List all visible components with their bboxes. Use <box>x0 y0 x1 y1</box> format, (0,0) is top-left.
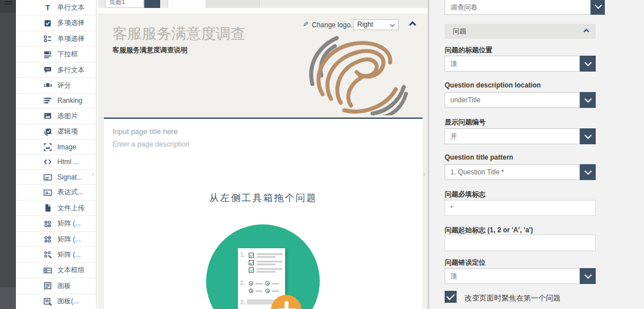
toolbox-item-matrix-dropdown[interactable]: 矩阵 (... <box>16 231 96 247</box>
toolbox-item-panel[interactable]: 面板 <box>16 278 96 293</box>
matrix-icon <box>43 219 52 228</box>
illustration-line <box>257 264 275 265</box>
toolbox-item-file-upload[interactable]: 文件上传 <box>16 200 96 215</box>
dropdown-button[interactable] <box>580 268 596 284</box>
checkbox-icon <box>43 19 52 28</box>
dropdown-button[interactable] <box>580 164 596 180</box>
field-label-question-start-index: 问题起始标志 (1, 2 or 'A', 'a') <box>445 226 533 235</box>
object-selector-dropdown-button[interactable] <box>591 0 605 15</box>
dropdown-button[interactable] <box>580 56 596 72</box>
input-question-start-index[interactable] <box>445 235 596 251</box>
toolbox-item-dropdown[interactable]: 下拉框 <box>16 46 96 61</box>
illustration-radio <box>265 281 270 286</box>
illustration-checkbox <box>249 253 254 258</box>
toolbox-item-label: 面板(... <box>57 297 79 306</box>
focus-first-question-checkbox[interactable] <box>445 291 457 303</box>
select-question-title-location[interactable]: 顶 <box>445 56 580 72</box>
tab-test[interactable] <box>207 0 260 8</box>
select-value: 顶 <box>450 272 457 280</box>
select-question-title-pattern[interactable]: 1. Question Title * <box>445 164 580 180</box>
designer-surface: 页面1 客服服务满意度调查 客服服务满意度调查说明 ✎ Change logo.… <box>98 0 428 309</box>
toolbox-item-rating[interactable]: 13 评分 <box>16 77 96 93</box>
focus-first-question-label: 改变页面时聚焦在第一个问题 <box>465 293 561 303</box>
svg-text:T: T <box>45 3 50 12</box>
toolbox-item-label: 矩阵 (... <box>57 250 81 260</box>
rail-menu-icon-bar[interactable] <box>5 3 12 5</box>
page-description-input[interactable]: Enter a page description <box>112 140 190 148</box>
logo-position-value: Right <box>357 20 373 28</box>
toolbox-item-html[interactable]: Html ... <box>16 154 96 169</box>
field-label-question-error-location: 问题错误定位 <box>445 258 486 268</box>
input-required-mark[interactable]: * <box>445 200 596 216</box>
dropdown-button[interactable] <box>580 128 596 144</box>
toolbox-item-image[interactable]: Image <box>16 139 96 154</box>
illustration-number: 2. <box>240 280 245 286</box>
illustration-radio <box>249 281 253 286</box>
page-title-input[interactable]: Input page title here <box>112 127 178 136</box>
toolbox-item-label: 选图片 <box>57 111 78 121</box>
toolbox-item-panel-dynamic[interactable]: 面板(... <box>16 294 96 309</box>
rail-menu-icon[interactable] <box>5 1 12 2</box>
section-header-questions[interactable]: 问题 <box>445 24 596 39</box>
illustration-radio <box>249 289 253 293</box>
illustration-line <box>257 261 282 262</box>
toolbox-item-label: Ranking <box>57 97 82 105</box>
toolbox-item-label: 下拉框 <box>57 49 78 59</box>
select-show-question-numbers[interactable]: 开 <box>445 128 580 144</box>
survey-description[interactable]: 客服服务满意度调查说明 <box>112 45 187 55</box>
select-question-error-location[interactable]: 顶 <box>445 268 580 284</box>
toolbox-item-radiogroup[interactable]: 单项选择 <box>16 31 96 46</box>
toolbox-item-matrix-dynamic[interactable]: 矩阵 (... <box>16 247 96 262</box>
illustration-radio <box>265 289 270 293</box>
select-value: 顶 <box>450 60 457 68</box>
image-icon <box>43 143 52 152</box>
file-upload-icon <box>43 203 52 212</box>
tab-designer[interactable] <box>168 0 206 8</box>
panel-dynamic-icon <box>43 297 52 306</box>
toolbox-item-label: 面板 <box>57 281 71 291</box>
ranking-icon <box>43 96 52 105</box>
logo-position-select[interactable]: Right <box>353 19 399 30</box>
toolbox-item-label: 矩阵 (... <box>57 219 81 228</box>
page-add-button[interactable] <box>144 0 160 8</box>
designer-top-bar: 页面1 <box>98 0 428 8</box>
toolbox-item-label: 评分 <box>57 81 71 90</box>
toolbox-item-label: 表达式... <box>57 187 83 197</box>
field-label-required-mark: 问题必填标志 <box>445 190 486 199</box>
illustration-checkbox <box>249 268 254 273</box>
object-selector[interactable]: 调查问卷 <box>445 0 591 15</box>
toolbox-item-multipletext[interactable]: 文本框组 <box>16 262 96 278</box>
toolbox-item-signaturepad[interactable]: Signat... <box>16 169 96 184</box>
page-select-value: 页面1 <box>106 0 143 6</box>
toolbox-item-ranking[interactable]: Ranking <box>16 93 96 108</box>
splitter-right-handle-left[interactable]: ‹ <box>423 171 425 177</box>
collapse-header-chevron-up-icon[interactable] <box>409 21 416 28</box>
text-icon: T <box>43 3 52 12</box>
field-label-question-title-location: 问题的标题位置 <box>445 45 492 55</box>
select-question-description-location[interactable]: underTitle <box>445 92 580 108</box>
multipletext-icon <box>43 266 52 275</box>
splitter-left-handle[interactable]: ‹ <box>92 171 94 177</box>
imagepicker-icon <box>43 111 52 120</box>
signature-icon <box>43 173 52 182</box>
toolbox-item-text[interactable]: T 单行文本 <box>16 0 96 15</box>
section-title: 问题 <box>453 27 466 35</box>
svg-text:3: 3 <box>49 83 52 88</box>
matrix-dynamic-icon <box>43 250 52 259</box>
toolbox-item-matrix[interactable]: 矩阵 (... <box>16 215 96 231</box>
chevron-up-icon <box>584 29 589 35</box>
toolbox-item-label: Signat... <box>57 173 82 181</box>
dropdown-button[interactable] <box>580 92 596 108</box>
toolbox-item-label: 文件上传 <box>57 203 85 213</box>
illustration-line <box>257 256 275 258</box>
rating-icon: 13 <box>43 81 52 90</box>
survey-title[interactable]: 客服服务满意度调查 <box>112 24 245 44</box>
toolbox-item-checkbox[interactable]: 多项选择 <box>16 15 96 30</box>
toolbox-item-boolean[interactable]: 逻辑项 <box>16 124 96 139</box>
toolbox-item-imagepicker[interactable]: 选图片 <box>16 108 96 123</box>
toolbox-item-comment[interactable]: 多行文本 <box>16 62 96 77</box>
toolbox-item-expression[interactable]: a 表达式... <box>16 184 96 199</box>
rail-footer <box>0 287 16 309</box>
page-select[interactable]: 页面1 <box>105 0 144 8</box>
change-logo-link[interactable]: Change logo... <box>312 21 356 29</box>
